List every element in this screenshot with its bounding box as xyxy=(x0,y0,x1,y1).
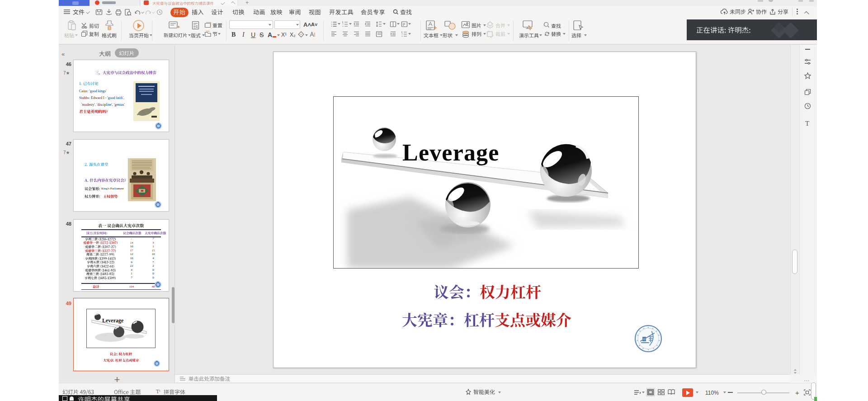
svg-text:Leverage: Leverage xyxy=(102,317,124,324)
